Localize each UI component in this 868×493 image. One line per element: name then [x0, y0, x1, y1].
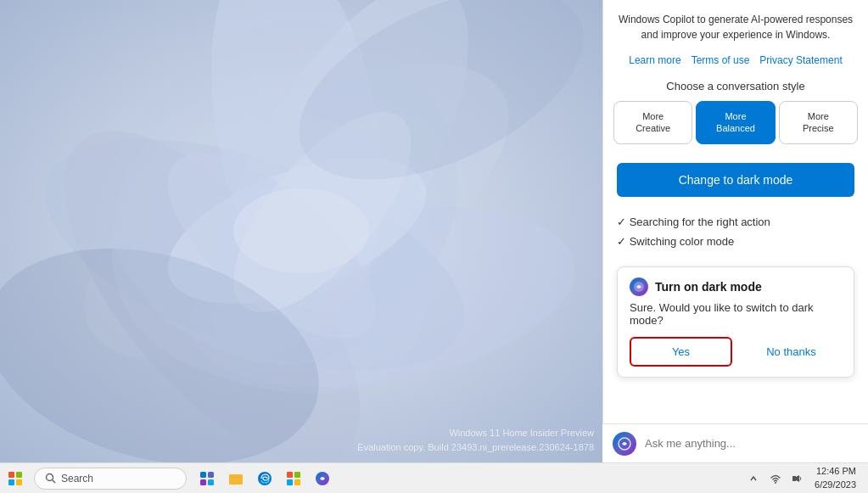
taskbar-widgets-icon[interactable] [193, 463, 221, 494]
svg-rect-23 [287, 472, 293, 478]
style-creative[interactable]: More Creative [613, 101, 692, 144]
win-logo-yellow [16, 479, 22, 485]
svg-point-15 [47, 474, 53, 481]
status-list: Searching for the right action Switching… [603, 209, 868, 261]
svg-rect-24 [294, 472, 300, 478]
svg-rect-25 [287, 479, 293, 485]
taskbar-icons [193, 463, 336, 494]
dark-mode-button[interactable]: Change to dark mode [617, 163, 854, 197]
style-creative-line2: Creative [619, 122, 686, 134]
dark-mode-card-title: Turn on dark mode [655, 280, 762, 294]
ask-input[interactable] [645, 437, 858, 450]
volume-icon [792, 473, 804, 485]
win-logo-green [16, 472, 22, 478]
dark-mode-card: Turn on dark mode Sure. Would you like t… [617, 266, 854, 378]
copilot-links: Learn more Terms of use Privacy Statemen… [603, 51, 868, 75]
style-balanced-line1: More [702, 110, 769, 122]
clock[interactable]: 12:46 PM 6/29/2023 [809, 465, 861, 491]
tray-expand-icon[interactable] [745, 463, 762, 494]
style-balanced[interactable]: More Balanced [696, 101, 775, 144]
learn-more-link[interactable]: Learn more [629, 54, 680, 66]
svg-rect-17 [200, 472, 206, 478]
copilot-icon-small [630, 277, 648, 296]
chevron-up-icon [749, 474, 758, 483]
desktop-background: Windows 11 Home Insider Preview Evaluati… [0, 0, 602, 462]
taskbar-copilot-icon[interactable] [309, 463, 336, 494]
copilot-panel: Windows Copilot to generate AI-powered r… [602, 0, 868, 462]
status-item-2: Switching color mode [617, 232, 854, 251]
style-precise-line2: Precise [785, 122, 852, 134]
taskbar: Search [0, 462, 868, 493]
wifi-icon [770, 473, 781, 485]
svg-point-28 [775, 482, 776, 484]
style-balanced-line2: Balanced [702, 122, 769, 134]
dark-mode-card-description: Sure. Would you like to switch to dark m… [630, 301, 842, 327]
svg-line-16 [53, 480, 56, 484]
copilot-intro: Windows Copilot to generate AI-powered r… [603, 0, 868, 51]
system-tray: 12:46 PM 6/29/2023 [745, 463, 868, 494]
terms-link[interactable]: Terms of use [692, 54, 750, 66]
dark-mode-card-buttons: Yes No thanks [630, 337, 842, 367]
svg-rect-20 [208, 479, 214, 485]
win-logo-red [8, 472, 14, 478]
clock-date: 6/29/2023 [815, 479, 856, 491]
taskbar-file-explorer-icon[interactable] [222, 463, 249, 494]
win-logo-blue [8, 479, 14, 485]
privacy-link[interactable]: Privacy Statement [759, 54, 842, 66]
search-icon [45, 473, 56, 484]
svg-rect-19 [200, 479, 206, 485]
dark-mode-card-header: Turn on dark mode [630, 277, 842, 296]
style-creative-line1: More [619, 110, 686, 122]
copilot-intro-text: Windows Copilot to generate AI-powered r… [619, 14, 853, 41]
tray-icons [745, 463, 806, 494]
style-precise[interactable]: More Precise [779, 101, 858, 144]
chat-input-area [602, 423, 868, 462]
search-box[interactable]: Search [34, 468, 187, 490]
start-button[interactable] [0, 463, 31, 494]
style-buttons-group: More Creative More Balanced More Precise [603, 101, 868, 156]
search-box-label: Search [61, 473, 93, 485]
windows-logo [8, 472, 22, 485]
taskbar-edge-icon[interactable] [251, 463, 278, 494]
style-precise-line1: More [785, 110, 852, 122]
yes-button[interactable]: Yes [630, 337, 732, 367]
copilot-chat-icon [613, 432, 636, 456]
tray-volume-icon[interactable] [789, 463, 806, 494]
tray-network-icon[interactable] [767, 463, 784, 494]
status-item-1: Searching for the right action [617, 212, 854, 232]
taskbar-store-icon[interactable] [280, 463, 307, 494]
desktop-watermark: Windows 11 Home Insider Preview Evaluati… [357, 426, 594, 454]
svg-rect-26 [294, 479, 300, 485]
no-thanks-button[interactable]: No thanks [741, 337, 842, 367]
clock-time: 12:46 PM [815, 465, 856, 478]
svg-rect-29 [792, 476, 796, 481]
svg-rect-18 [208, 472, 214, 478]
conversation-style-label: Choose a conversation style [603, 75, 868, 101]
